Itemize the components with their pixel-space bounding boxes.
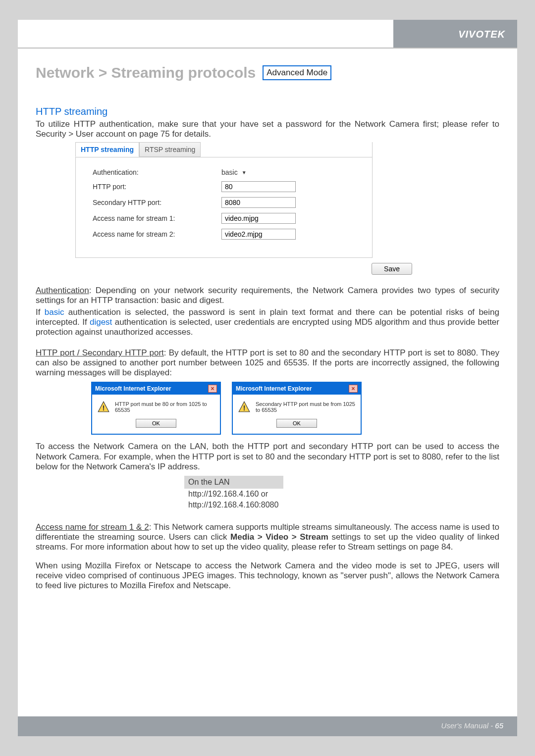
authentication-paragraph: Authentication: Depending on your networ… — [36, 286, 499, 305]
svg-text:!: ! — [243, 403, 245, 412]
dialog-title-bar: Microsoft Internet Explorer × — [233, 383, 361, 395]
access-name-underline: Access name for stream 1 & 2 — [36, 522, 149, 532]
lan-paragraph: To access the Network Camera on the LAN,… — [36, 442, 499, 471]
dialog-title: Microsoft Internet Explorer — [236, 385, 312, 392]
warning-icon: ! — [97, 401, 110, 413]
settings-panel: HTTP streaming RTSP streaming Authentica… — [75, 142, 373, 258]
dialog-message: HTTP port must be 80 or from 1025 to 655… — [115, 401, 215, 413]
http-port-label: HTTP port: — [93, 183, 221, 191]
stream1-input[interactable] — [221, 213, 296, 224]
dialog-http-port: Microsoft Internet Explorer × ! HTTP por… — [91, 382, 221, 435]
authentication-value: basic — [221, 168, 238, 176]
mozilla-paragraph: When using Mozilla Firefox or Netscape t… — [36, 561, 499, 591]
footer-bar: User's Manual - 65 — [18, 716, 517, 736]
port-underline: HTTP port / Secondary HTTP port — [36, 348, 164, 357]
page-number: 65 — [495, 721, 503, 730]
digest-link: digest — [90, 317, 112, 327]
ok-button[interactable]: OK — [136, 419, 176, 428]
secondary-http-port-label: Secondary HTTP port: — [93, 199, 221, 206]
footer-text: User's Manual - 65 — [441, 721, 503, 730]
tab-bar: HTTP streaming RTSP streaming — [75, 142, 373, 157]
tab-http-streaming[interactable]: HTTP streaming — [75, 142, 139, 157]
content: Network > Streaming protocols Advanced M… — [18, 48, 517, 591]
divider — [18, 48, 517, 49]
page-title-row: Network > Streaming protocols Advanced M… — [36, 64, 499, 81]
dialog-footer: OK — [92, 418, 220, 434]
row-stream1: Access name for stream 1: — [93, 213, 355, 224]
port-paragraph: HTTP port / Secondary HTTP port: By defa… — [36, 348, 499, 378]
stream2-input[interactable] — [221, 229, 296, 240]
brand-label: VIVOTEK — [458, 29, 505, 40]
dialog-footer: OK — [233, 418, 361, 434]
form-area: Authentication: basic ▼ HTTP port: Secon… — [76, 157, 372, 250]
page-title: Network > Streaming protocols — [36, 64, 256, 81]
basic-link: basic — [45, 307, 64, 317]
authentication-select[interactable]: basic ▼ — [221, 168, 247, 176]
dialog-body: ! HTTP port must be 80 or from 1025 to 6… — [92, 395, 220, 418]
dialog-title: Microsoft Internet Explorer — [95, 385, 171, 392]
authentication-underline: Authentication — [36, 286, 89, 295]
stream1-label: Access name for stream 1: — [93, 214, 221, 222]
intro-paragraph: To utilize HTTP authentication, make sur… — [36, 119, 499, 139]
tab-rtsp-streaming[interactable]: RTSP streaming — [139, 142, 201, 157]
lan-box-line1: http://192.168.4.160 or — [184, 489, 499, 500]
row-http-port: HTTP port: — [93, 181, 355, 192]
dialog-secondary-port: Microsoft Internet Explorer × ! Secondar… — [232, 382, 362, 435]
page: VIVOTEK Network > Streaming protocols Ad… — [18, 20, 517, 736]
access-name-paragraph: Access name for stream 1 & 2: This Netwo… — [36, 522, 499, 552]
stream2-label: Access name for stream 2: — [93, 230, 221, 238]
close-icon[interactable]: × — [208, 385, 217, 393]
dialog-title-bar: Microsoft Internet Explorer × — [92, 383, 220, 395]
chevron-down-icon: ▼ — [242, 170, 247, 175]
row-stream2: Access name for stream 2: — [93, 229, 355, 240]
header-bar: VIVOTEK — [18, 20, 517, 48]
http-port-input[interactable] — [221, 181, 296, 192]
advanced-mode-badge: Advanced Mode — [263, 65, 331, 80]
authentication-paragraph-2: If basic authentication is selected, the… — [36, 307, 499, 337]
footer-label: User's Manual - — [441, 721, 495, 730]
lan-box: On the LAN http://192.168.4.160 or http:… — [184, 476, 499, 510]
save-wrap: Save — [75, 263, 412, 275]
lan-box-line2: http://192.168.4.160:8080 — [184, 500, 499, 510]
dialog-body: ! Secondary HTTP port must be from 1025 … — [233, 395, 361, 418]
ok-button[interactable]: OK — [276, 419, 317, 428]
lan-box-head: On the LAN — [184, 476, 283, 489]
dialog-message: Secondary HTTP port must be from 1025 to… — [256, 401, 356, 413]
authentication-label: Authentication: — [93, 168, 221, 176]
warning-icon: ! — [238, 401, 251, 413]
section-heading: HTTP streaming — [36, 106, 499, 117]
media-video-stream-bold: Media > Video > Stream — [230, 532, 328, 542]
row-secondary-http-port: Secondary HTTP port: — [93, 197, 355, 208]
save-button[interactable]: Save — [372, 263, 412, 275]
dialog-row: Microsoft Internet Explorer × ! HTTP por… — [91, 382, 499, 435]
svg-text:!: ! — [102, 403, 105, 412]
close-icon[interactable]: × — [349, 385, 358, 393]
secondary-http-port-input[interactable] — [221, 197, 296, 208]
row-authentication: Authentication: basic ▼ — [93, 168, 355, 176]
